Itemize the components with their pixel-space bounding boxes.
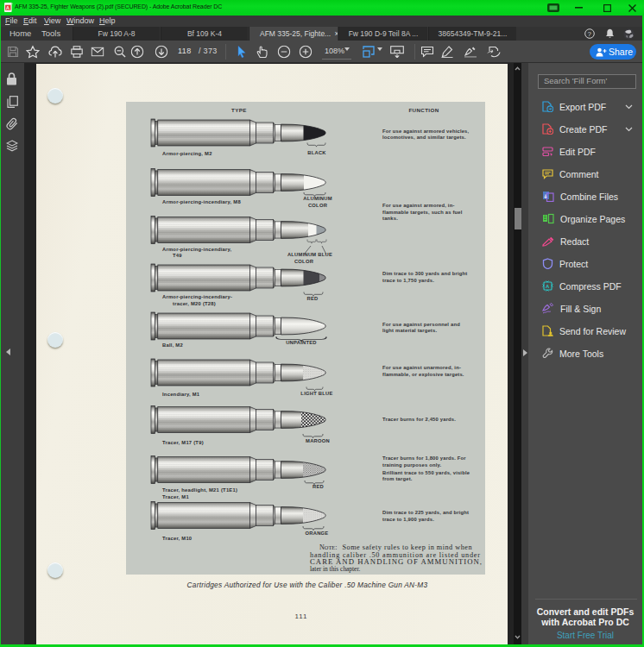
svg-text:Tracer, M17 (T9): Tracer, M17 (T9)	[162, 440, 204, 445]
svg-text:Incendiary, M1: Incendiary, M1	[162, 392, 200, 397]
svg-text:ALUMINUM: ALUMINUM	[303, 196, 332, 201]
svg-text:Tracer, M10: Tracer, M10	[162, 536, 192, 541]
svg-text:Dim trace to 225 yards, and br: Dim trace to 225 yards, and brighttrace …	[382, 510, 469, 522]
svg-text:Ball, M2: Ball, M2	[162, 342, 183, 348]
svg-text:A: A	[546, 284, 550, 289]
svg-text:COLOR: COLOR	[294, 259, 314, 264]
svg-text:Dim trace to 300 yards and bri: Dim trace to 300 yards and brighttrace t…	[382, 271, 467, 283]
svg-text:Tracer burns for 2,450 yards.: Tracer burns for 2,450 yards.	[382, 417, 456, 422]
svg-text:ALUMINUM BLUE: ALUMINUM BLUE	[287, 252, 332, 257]
svg-text:BLACK: BLACK	[307, 150, 326, 155]
svg-text:COLOR: COLOR	[308, 203, 328, 208]
svg-text:For use against unarmored, in: For use against unarmored, in-flammable,…	[382, 365, 464, 377]
svg-text:Armor-piercing-incendiary, M8: Armor-piercing-incendiary, M8	[162, 199, 241, 204]
svg-text:Tracer, headlight, M21 (T1E: Tracer, headlight, M21 (T1E1)	[162, 487, 237, 493]
svg-text:For use against personnel: For use against personnel andlight mater…	[382, 322, 460, 334]
svg-text:MAROON: MAROON	[306, 438, 330, 443]
svg-text:later in this chapter.: later in this chapter.	[310, 565, 360, 573]
svg-text:RED: RED	[307, 296, 319, 301]
svg-text:tracer, M20 (T28): tracer, M20 (T28)	[173, 301, 216, 306]
svg-text:LIGHT BLUE: LIGHT BLUE	[300, 391, 332, 396]
svg-text:For use against armored, i: For use against armored, in-flammable ta…	[382, 203, 463, 221]
svg-text:Brilliant trace to 550 yards,: Brilliant trace to 550 yards, visiblefro…	[382, 470, 470, 482]
svg-text:For use against armored vehicl: For use against armored vehicles,locomot…	[382, 129, 470, 141]
svg-text:Armor-piercing, M2: Armor-piercing, M2	[162, 151, 212, 156]
svg-text:T49: T49	[173, 253, 182, 258]
svg-text:FUNCTION: FUNCTION	[408, 107, 439, 113]
svg-text:ORANGE: ORANGE	[306, 531, 329, 536]
svg-text:Armor-piercing-incendiary-: Armor-piercing-incendiary-	[162, 294, 232, 299]
svg-text:Tracer, M1: Tracer, M1	[162, 494, 189, 499]
svg-text:?: ?	[588, 30, 592, 38]
svg-text:Tracer burns for 1,800 yards.: Tracer burns for 1,800 yards. Fortrainin…	[382, 455, 466, 468]
svg-text:TYPE: TYPE	[231, 107, 247, 113]
svg-text:Armor-piercing-incendiary,: Armor-piercing-incendiary,	[162, 247, 232, 252]
svg-text:A: A	[6, 5, 9, 10]
